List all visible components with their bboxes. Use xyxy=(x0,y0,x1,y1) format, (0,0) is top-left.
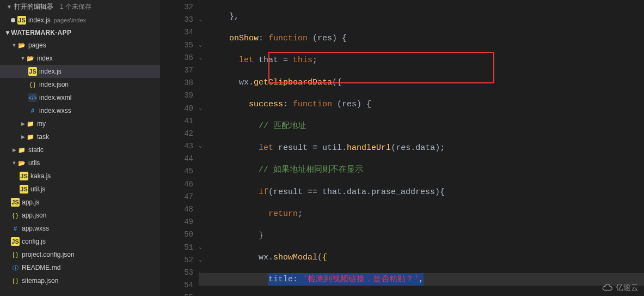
file-project-config[interactable]: { } project.config.json xyxy=(0,248,160,261)
json-file-icon: { } xyxy=(11,211,20,220)
wxml-file-icon: </> xyxy=(28,93,37,102)
folder-icon: 📁 xyxy=(26,132,35,141)
js-file-icon: JS xyxy=(20,185,28,194)
line-number-gutter: 32 33⌄ 34 35⌄ 36⌄ 37 38 39 40⌄ 41 42 43⌄… xyxy=(161,0,199,296)
js-file-icon: JS xyxy=(20,172,28,180)
folder-label: utils xyxy=(28,158,40,168)
file-label: index.js xyxy=(39,66,62,77)
code-line-highlighted: title: '检测到视频链接，是否粘贴？', xyxy=(199,273,644,286)
open-file-path: pages\index xyxy=(54,15,86,26)
code-line: let that = this; xyxy=(199,54,644,67)
open-editors-label: 打开的编辑器 xyxy=(14,2,53,11)
file-config-js[interactable]: JS config.js xyxy=(0,235,160,248)
chevron-right-icon: ▶ xyxy=(20,131,26,142)
file-explorer-sidebar[interactable]: ▼ 打开的编辑器 1 个未保存 JS index.js pages\index … xyxy=(0,0,161,296)
chevron-down-icon: ▼ xyxy=(4,29,11,37)
project-title: WATERMARK-APP xyxy=(11,29,71,37)
file-label: app.json xyxy=(22,210,46,221)
folder-label: pages xyxy=(28,40,46,51)
file-index-wxss[interactable]: # index.wxss xyxy=(0,104,160,117)
file-label: project.config.json xyxy=(22,249,75,260)
file-app-js[interactable]: JS app.js xyxy=(0,196,160,209)
folder-label: task xyxy=(37,131,49,142)
folder-open-icon: 📂 xyxy=(17,41,26,50)
wxss-file-icon: # xyxy=(11,224,20,233)
folder-static[interactable]: ▶ 📁 static xyxy=(0,143,160,156)
folder-utils[interactable]: ▼ 📂 utils xyxy=(0,156,160,170)
file-label: index.json xyxy=(39,79,69,90)
code-content[interactable]: }, onShow: function (res) { let that = t… xyxy=(199,0,644,296)
unsaved-count: 1 个未保存 xyxy=(60,2,91,11)
code-line: }, xyxy=(199,10,644,23)
file-index-json[interactable]: { } index.json xyxy=(0,78,160,91)
file-label: README.md xyxy=(22,262,60,273)
file-app-json[interactable]: { } app.json xyxy=(0,209,160,222)
open-editors-header[interactable]: ▼ 打开的编辑器 1 个未保存 xyxy=(0,0,160,14)
file-label: kaka.js xyxy=(30,171,51,182)
open-editor-file[interactable]: JS index.js pages\index xyxy=(0,14,160,27)
file-index-js[interactable]: JS index.js xyxy=(0,65,160,78)
chevron-right-icon: ▶ xyxy=(20,118,26,129)
folder-open-icon: 📂 xyxy=(26,54,35,63)
folder-label: static xyxy=(28,144,44,155)
code-line: success: function (res) { xyxy=(199,98,644,111)
chevron-down-icon: ▼ xyxy=(7,4,11,10)
js-file-icon: JS xyxy=(11,237,20,246)
modified-dot-icon xyxy=(11,18,15,22)
file-app-wxss[interactable]: # app.wxss xyxy=(0,222,160,235)
file-label: util.js xyxy=(30,184,45,195)
json-file-icon: { } xyxy=(11,250,20,259)
file-label: index.wxss xyxy=(39,105,71,116)
file-index-wxml[interactable]: </> index.wxml xyxy=(0,91,160,104)
code-line: return; xyxy=(199,208,644,220)
folder-pages[interactable]: ▼ 📂 pages xyxy=(0,39,160,52)
folder-icon: 📁 xyxy=(17,146,26,154)
chevron-down-icon: ▼ xyxy=(20,53,26,64)
json-file-icon: { } xyxy=(11,276,20,285)
folder-open-icon: 📂 xyxy=(17,159,26,167)
code-line: if(result == that.data.prase_address){ xyxy=(199,186,644,198)
cloud-icon xyxy=(602,284,614,292)
info-icon: ⓘ xyxy=(11,263,20,272)
folder-icon: 📁 xyxy=(26,119,35,128)
code-editor[interactable]: 32 33⌄ 34 35⌄ 36⌄ 37 38 39 40⌄ 41 42 43⌄… xyxy=(161,0,644,296)
code-line: let result = util.handleUrl(res.data); xyxy=(199,142,644,154)
file-label: config.js xyxy=(22,236,46,247)
file-label: sitemap.json xyxy=(22,275,58,286)
code-line: // 匹配地址 xyxy=(199,120,644,132)
code-line: wx.showModal({ xyxy=(199,251,644,264)
js-file-icon: JS xyxy=(28,67,37,76)
js-file-icon: JS xyxy=(11,198,20,207)
code-line: } xyxy=(199,229,644,242)
file-util-js[interactable]: JS util.js xyxy=(0,183,160,196)
code-line: onShow: function (res) { xyxy=(199,32,644,45)
file-kaka-js[interactable]: JS kaka.js xyxy=(0,170,160,183)
file-label: index.wxml xyxy=(39,92,71,103)
file-label: app.js xyxy=(22,197,39,208)
open-file-name: index.js xyxy=(28,15,51,26)
folder-label: index xyxy=(37,53,53,64)
code-line: wx.getClipboardData({ xyxy=(199,76,644,89)
file-label: app.wxss xyxy=(22,223,49,234)
chevron-down-icon: ▼ xyxy=(11,158,17,168)
js-file-icon: JS xyxy=(17,16,26,25)
folder-index[interactable]: ▼ 📂 index xyxy=(0,52,160,65)
wxss-file-icon: # xyxy=(28,106,37,115)
file-readme[interactable]: ⓘ README.md xyxy=(0,261,160,274)
file-sitemap[interactable]: { } sitemap.json xyxy=(0,274,160,287)
folder-my[interactable]: ▶ 📁 my xyxy=(0,117,160,130)
folder-task[interactable]: ▶ 📁 task xyxy=(0,130,160,143)
watermark: 亿速云 xyxy=(602,283,639,293)
folder-label: my xyxy=(37,118,46,129)
watermark-text: 亿速云 xyxy=(616,283,639,293)
json-file-icon: { } xyxy=(28,80,37,89)
chevron-down-icon: ▼ xyxy=(11,40,17,51)
chevron-right-icon: ▶ xyxy=(11,144,17,155)
code-line: // 如果地址相同则不在显示 xyxy=(199,164,644,176)
project-root[interactable]: ▼ WATERMARK-APP xyxy=(0,27,160,39)
